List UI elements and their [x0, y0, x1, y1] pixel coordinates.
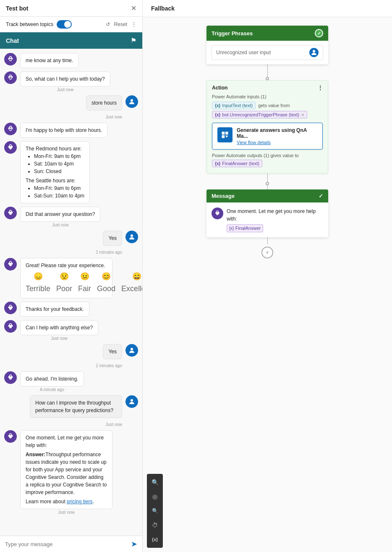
close-icon[interactable]: ✕ — [131, 4, 136, 12]
gets-value-text: gets value from — [258, 103, 290, 108]
toggle-knob — [64, 21, 71, 28]
msg-bubble-hours: The Redmond hours are: Mon-Fri: 9am to 6… — [20, 141, 90, 203]
generate-card: Generate answers using QnA Ma... View fl… — [212, 123, 323, 150]
final-answer-var: {x} FinalAnswer — [227, 224, 263, 232]
msg-row: Can I help with anything else? Just now — [4, 320, 138, 341]
more-icon[interactable]: ⋮ — [131, 21, 136, 27]
poor-emoji: 😟 — [60, 271, 69, 282]
msg-row: Great! Please rate your experience. 😞 Te… — [4, 258, 138, 298]
chat-header: Chat ⚑ — [0, 32, 142, 49]
rating-row: 😞 Terrible 😟 Poor 😐 Fair 😊 — [26, 271, 107, 294]
action-card: Action ⋮ Power Automate inputs (1) {x} I… — [206, 80, 328, 173]
bot-avatar — [4, 141, 17, 154]
msg-row: me know at any time. — [4, 53, 138, 68]
msg-row: Did that answer your question? Just now — [4, 207, 138, 227]
excellent-label: Excellent — [121, 283, 142, 294]
bot-avatar — [4, 371, 17, 384]
input-text-tag: {x} InputText (text) — [212, 102, 256, 109]
connector-line4 — [267, 237, 268, 244]
thanks-text: Thanks for your feedback. — [26, 306, 84, 312]
svg-point-4 — [313, 50, 315, 53]
bot-avatar — [4, 320, 17, 333]
tag-close-icon[interactable]: ✕ — [301, 113, 304, 117]
excellent-emoji: 😄 — [132, 271, 141, 282]
msg-time: 2 minutes ago — [4, 250, 122, 255]
user-avatar — [125, 395, 138, 408]
rating-terrible[interactable]: 😞 Terrible — [26, 271, 50, 294]
zoom-out-icon[interactable]: 🔍 — [148, 504, 162, 518]
msg-text: Yes — [108, 235, 117, 241]
msg-text: me know at any time. — [26, 58, 73, 63]
msg-bubble-user: Yes — [103, 231, 122, 246]
generate-icon — [217, 127, 233, 142]
msg-row: Thanks for your feedback. — [4, 302, 138, 317]
send-icon[interactable]: ➤ — [131, 539, 137, 549]
msg-bubble-user: store hours — [86, 95, 122, 110]
bot-avatar — [4, 302, 17, 314]
reset-area[interactable]: ↺ Reset ⋮ — [106, 21, 136, 27]
variable-icon[interactable]: {x} — [148, 533, 162, 546]
message-card-header: Message ✓ — [206, 189, 328, 202]
msg-time: Just now — [4, 115, 122, 119]
pricing-tiers-link[interactable]: pricing tiers — [67, 499, 92, 505]
rating-excellent[interactable]: 😄 Excellent — [121, 271, 142, 294]
inputs-label: Power Automate inputs (1) — [212, 94, 323, 99]
bot-avatar — [4, 258, 17, 271]
target-icon[interactable]: ◎ — [148, 490, 162, 503]
fallback-title: Fallback — [151, 5, 175, 12]
message-title: Message — [212, 193, 235, 199]
flag-icon[interactable]: ⚑ — [131, 37, 136, 45]
clock-icon[interactable]: ⏱ — [148, 518, 162, 532]
svg-point-3 — [131, 399, 133, 402]
rating-fair[interactable]: 😐 Fair — [78, 271, 91, 294]
msg-row: I'm happy to help with store hours. — [4, 123, 138, 138]
trigger-card-header: Trigger Phrases ✓ — [206, 26, 328, 41]
user-avatar — [125, 231, 138, 243]
more-icon[interactable]: ⋮ — [318, 85, 323, 91]
msg-row: So, what can I help you with today? Just… — [4, 71, 138, 92]
trigger-section: Trigger Phrases ✓ Unrecognized user inpu… — [206, 26, 328, 80]
chat-input[interactable] — [5, 541, 131, 547]
msg-bubble: Did that answer your question? — [20, 207, 100, 222]
message-section: Message ✓ One moment. Let me get you mor… — [206, 189, 328, 258]
view-flow-link[interactable]: View flow details — [237, 140, 317, 145]
track-toggle[interactable] — [57, 20, 72, 29]
bot-avatar — [4, 71, 17, 84]
msg-time: Just now — [20, 87, 110, 92]
msg-time: Just now — [20, 510, 112, 515]
tag-icon: {x} — [215, 103, 220, 108]
list-item: Mon-Fri: 9am to 6pm — [34, 184, 84, 192]
trigger-phrase-input[interactable]: Unrecognized user input — [212, 45, 323, 60]
terrible-emoji: 😞 — [34, 271, 43, 282]
good-label: Good — [97, 283, 115, 294]
message-card: Message ✓ One moment. Let me get you mor… — [206, 189, 328, 237]
user-avatar — [125, 344, 138, 357]
rating-poor[interactable]: 😟 Poor — [56, 271, 72, 294]
pa-input-row: {x} InputText (text) gets value from — [212, 102, 323, 109]
terrible-label: Terrible — [26, 283, 50, 294]
check-icon2: ✓ — [319, 193, 323, 199]
msg-time: Just now — [20, 223, 100, 227]
left-panel: Test bot ✕ Track between topics ↺ Reset … — [0, 0, 143, 552]
add-button[interactable]: + — [261, 247, 273, 258]
track-toggle-row: Track between topics — [6, 20, 72, 29]
pa-variable-row: {x} bot.UnrecognizedTriggerPhrase (text)… — [212, 111, 323, 118]
msg-row-user: Yes — [4, 231, 138, 246]
msg-bubble-thanks: Thanks for your feedback. — [20, 302, 89, 317]
bot-avatar — [4, 53, 17, 66]
msg-bubble: Can I help with anything else? — [20, 320, 98, 335]
canvas-area: Trigger Phrases ✓ Unrecognized user inpu… — [143, 17, 392, 552]
hours-text: The Redmond hours are: — [26, 145, 84, 152]
action-card-header: Action ⋮ — [212, 85, 323, 91]
rating-good[interactable]: 😊 Good — [97, 271, 115, 294]
outputs-label: Power Automate outputs (1) gives value t… — [212, 153, 323, 158]
reset-label[interactable]: Reset — [114, 21, 127, 27]
msg-bubble-answer: One moment. Let me get you more help wit… — [20, 430, 112, 509]
answer-body: Answer:Throughput performance issues ind… — [26, 451, 107, 496]
action-section: Action ⋮ Power Automate inputs (1) {x} I… — [206, 80, 328, 189]
track-label: Track between topics — [6, 21, 53, 27]
zoom-in-icon[interactable]: 🔍 — [148, 476, 162, 489]
msg-text: Go ahead. I'm listening. — [26, 376, 78, 382]
connector-dot — [266, 77, 269, 80]
msg-time: Just now — [20, 336, 98, 341]
